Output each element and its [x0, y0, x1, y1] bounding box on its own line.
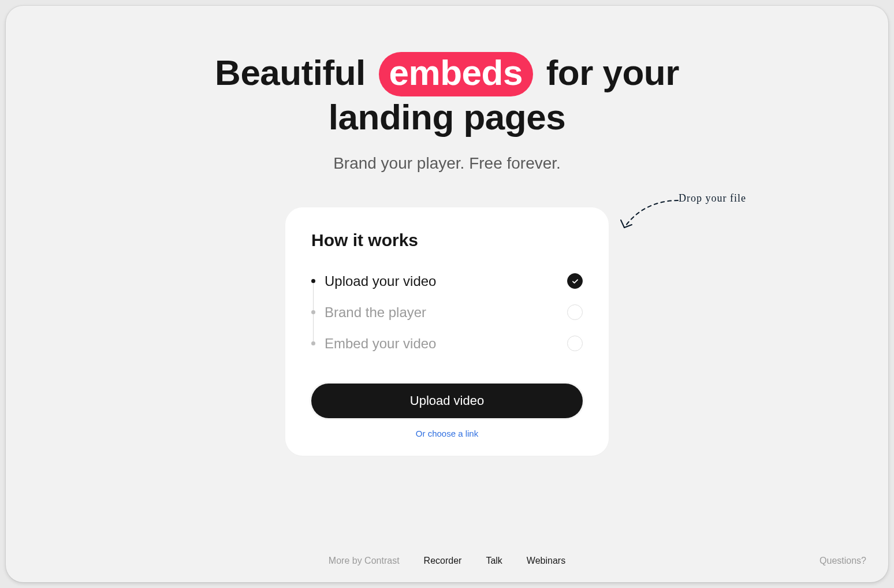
footer-label: More by Contrast [329, 556, 400, 566]
how-it-works-card[interactable]: How it works Upload your video Brand [285, 207, 609, 456]
step-dot-icon [311, 310, 315, 314]
choose-link[interactable]: Or choose a link [311, 429, 583, 438]
step-label: Embed your video [325, 336, 436, 352]
footer-link-webinars[interactable]: Webinars [527, 556, 565, 566]
steps-list: Upload your video Brand the player [311, 273, 583, 352]
hero-title-line2: landing pages [329, 97, 565, 137]
arrow-icon [617, 196, 681, 236]
step-left: Brand the player [311, 304, 426, 321]
step-upload[interactable]: Upload your video [311, 273, 583, 289]
upload-video-button[interactable]: Upload video [311, 384, 583, 418]
hero-title-highlight: embeds [379, 52, 533, 96]
step-left: Embed your video [311, 336, 436, 352]
step-label: Brand the player [325, 304, 426, 321]
annotation-text: Drop your file [679, 192, 746, 204]
questions-link[interactable]: Questions? [820, 556, 866, 566]
card-wrap: How it works Upload your video Brand [285, 207, 609, 456]
checkmark-icon [567, 273, 583, 289]
status-circle-icon [567, 336, 583, 351]
footer-link-talk[interactable]: Talk [486, 556, 502, 566]
card-heading: How it works [311, 230, 583, 250]
hero-subtitle: Brand your player. Free forever. [6, 154, 888, 173]
footer-link-recorder[interactable]: Recorder [424, 556, 462, 566]
drop-file-annotation: Drop your file [617, 196, 746, 236]
step-label: Upload your video [325, 273, 436, 289]
step-dot-icon [311, 279, 315, 283]
step-brand[interactable]: Brand the player [311, 304, 583, 321]
hero-title: Beautiful embeds for your landing pages [6, 52, 888, 138]
app-window: Beautiful embeds for your landing pages … [6, 6, 888, 582]
hero-title-after: for your [546, 53, 679, 92]
step-dot-icon [311, 341, 315, 345]
status-circle-icon [567, 304, 583, 320]
hero: Beautiful embeds for your landing pages … [6, 52, 888, 173]
step-left: Upload your video [311, 273, 436, 289]
step-embed[interactable]: Embed your video [311, 336, 583, 352]
footer: More by Contrast Recorder Talk Webinars [6, 556, 888, 566]
hero-title-before: Beautiful [215, 53, 366, 92]
